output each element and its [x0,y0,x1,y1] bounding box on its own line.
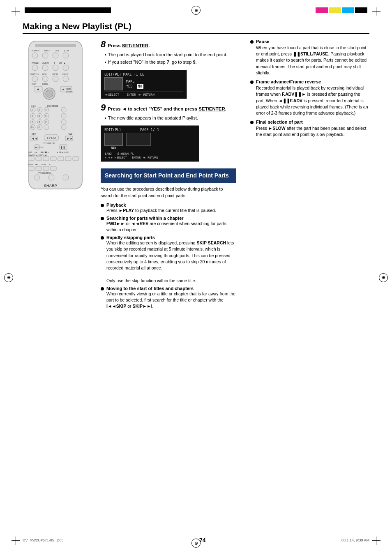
bullet-pause-title: Pause [256,39,369,44]
svg-text:SAT: SAT [35,164,38,166]
svg-text:ENTER: ENTER [66,90,73,93]
bullet-frame-advance-content: Frame advance/Frame reverse Recorded mat… [256,79,369,116]
svg-text:SKIP: SKIP [28,151,32,153]
top-black-bar [25,7,111,13]
footer-right: 03.1.14, 9:39 AM [341,538,369,542]
svg-text:TIMER: TIMER [44,49,51,52]
svg-text:MENU: MENU [42,83,48,85]
svg-text:STILL/PAUSE: STILL/PAUSE [43,143,55,145]
reg-mark-right: ⊕ [379,273,388,282]
screen-2-thumbnail [104,133,123,146]
bullet-searching-parts-dot [101,217,104,220]
bullet-pause-dot [250,40,254,44]
bullet-searching-parts-content: Searching for parts within a chapter FWD… [106,216,236,233]
reg-mark-left: ⊕ [4,273,13,282]
svg-point-103 [48,175,54,180]
step-9-header: 9 Press ◄ to select "YES" and then press… [101,102,236,113]
svg-rect-98 [36,166,42,170]
svg-text:SHARP: SHARP [44,184,57,188]
screen-1-bar: ◄►SELECT ENTER ◄► RETURN [104,92,183,97]
svg-point-63 [61,125,66,130]
screen-1-content: MAKE YES NO [104,77,183,90]
color-block-yellow [329,7,341,13]
bullet-pause-body: When you have found a part that is close… [256,45,369,76]
svg-rect-100 [51,166,56,170]
bullet-rapidly-skipping-title: Rapidly skipping parts [106,235,236,240]
bullet-rapidly-skipping-content: Rapidly skipping parts When the editing … [106,235,236,284]
svg-text:TV CONTROL: TV CONTROL [38,172,51,174]
bullet-final-selection-body: Press ►SLOW after the part has been paus… [256,125,369,138]
reg-mark-top: ⊕ [191,6,201,15]
svg-text:I►SLOW: I►SLOW [62,151,69,153]
bullet-moving-start-dot [101,287,104,290]
svg-text:▼: ▼ [53,62,55,64]
section-highlight-title: Searching for Start Point and End Point … [105,172,232,180]
remote-control-svg: POWER TIMER SEL ▲CH ANGLE AUDIO ▼ CH ▲ [23,39,88,195]
svg-point-23 [32,76,38,82]
bullet-frame-advance-body: Recorded material is played back by reve… [256,85,369,116]
svg-text:▲CH: ▲CH [64,49,69,52]
svg-point-26 [63,76,69,82]
color-block-magenta [316,7,328,13]
svg-point-52 [61,113,66,118]
svg-text:CH: CH [59,62,62,64]
svg-point-15 [32,65,38,71]
svg-point-25 [53,76,58,82]
svg-text:REV: REV [32,133,36,135]
svg-text:SUBTITLE: SUBTITLE [30,74,39,76]
bullet-rapidly-skipping: Rapidly skipping parts When the editing … [101,235,236,284]
svg-text:INPUT: INPUT [62,74,68,76]
svg-text:B: B [49,164,51,166]
screen-2-thumb-container: NEW [104,133,123,150]
bullet-searching-parts-body: FWD►► or ◄◄REV are convenient when searc… [106,221,236,233]
svg-text:FWD: FWD [68,133,73,135]
svg-text:①②③: ①②③ [31,105,36,107]
screen-2: EDIT(PL) PAGE 1/ 1 NEW 1/02 6:06AM PL ◄ … [101,125,199,162]
step-9-number: 9 [101,102,106,113]
step-8-bullet-2-text: If you select "NO" in the step 7, go to … [108,59,197,65]
color-block-cyan [342,7,354,13]
screen-1-line1: EDIT(PL) MAKE TITLE [104,72,183,76]
bullet-playback-content: Playback Press ►PLAY to playback the cur… [106,203,216,214]
svg-point-62 [44,125,49,130]
svg-text:◄◄: ◄◄ [34,151,37,153]
screen-1-no-highlight: NO [137,84,143,89]
bullet-searching-parts: Searching for parts within a chapter FWD… [101,216,236,233]
screen-2-bar: ◄ ◄ ► ►SELECT ENTER ◄► RETURN [104,156,196,159]
svg-point-17 [53,65,58,71]
right-column: Pause When you have found a part that is… [250,39,369,141]
bullet-playback: Playback Press ►PLAY to playback the cur… [101,203,236,214]
bullet-rapidly-skipping-body: When the editing screen is displayed, pr… [106,240,236,284]
svg-text:INPUT: INPUT [28,164,34,166]
svg-text:DISP: DISP [42,74,47,76]
step-8-number: 8 [101,39,106,50]
svg-point-7 [42,53,48,58]
svg-point-18 [63,65,69,71]
step-9: 9 Press ◄ to select "YES" and then press… [101,102,236,121]
svg-text:10: 10 [31,126,34,129]
bullet-playback-body: Press ►PLAY to playback the current titl… [106,207,216,214]
screen-2-slot [126,133,151,146]
svg-rect-90 [58,157,64,161]
svg-point-59 [61,120,66,124]
svg-text:SEARCH: SEARCH [28,154,35,156]
bullet-moving-start-title: Moving to the start of titles and chapte… [106,286,236,291]
svg-rect-99 [43,166,49,170]
svg-text:POWER: POWER [32,49,39,52]
step-9-bullet-1: • The new title appears in the updated P… [105,115,236,121]
svg-text:▲: ▲ [64,62,66,64]
svg-rect-88 [43,157,49,161]
bullet-searching-parts-title: Searching for parts within a chapter [106,216,236,221]
screen-1: EDIT(PL) MAKE TITLE MAKE YES NO ◄►SELECT… [101,70,187,99]
section-intro-text: You can use the procedures described bel… [101,186,236,199]
svg-text:F.ADV ❚❚►: F.ADV ❚❚► [40,151,49,153]
color-bar-top [316,7,367,13]
svg-text:►►: ►► [67,137,73,140]
screen-2-date: 1/02 6:06AM PL [104,151,196,156]
step-8-bullet-1: • The part is played back from the start… [105,52,236,58]
bullet-frame-advance-title: Frame advance/Frame reverse [256,79,369,84]
bullet-playback-dot [101,204,104,207]
bullet-frame-advance-dot [250,81,254,84]
step-8-title: Press SET/ENTER. [108,43,150,48]
svg-point-6 [32,53,38,58]
